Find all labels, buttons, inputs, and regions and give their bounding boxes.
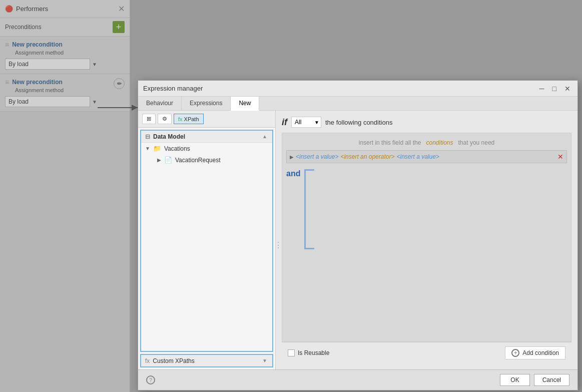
add-circle-icon: +: [511, 349, 519, 357]
if-select[interactable]: All: [291, 117, 321, 128]
expand-icon: ▼: [145, 146, 150, 151]
expand-triangle[interactable]: ▶: [290, 154, 294, 160]
xpath-toolbar-button[interactable]: fx XPath: [174, 114, 204, 124]
xpath-label: XPath: [184, 116, 199, 122]
cancel-button[interactable]: Cancel: [534, 374, 569, 386]
delete-condition-button[interactable]: ✕: [557, 153, 563, 161]
following-conditions-text: the following conditions: [325, 119, 392, 126]
tab-behaviour[interactable]: Behaviour: [138, 97, 182, 110]
modal-tabs: Behaviour Expressions New: [138, 97, 577, 111]
expand-icon-child: ▶: [157, 157, 161, 163]
custom-xpaths-label: Custom XPaths: [153, 357, 194, 364]
modal-titlebar: Expression manager ─ □ ✕: [138, 81, 577, 97]
left-panel: ⊞ ⚙ fx XPath ⊟ Data Model ▲: [138, 111, 276, 369]
if-row: if All ▼ the following conditions: [282, 117, 571, 128]
folder-icon: 📁: [153, 145, 161, 152]
modal-action-footer: ? OK Cancel: [138, 369, 577, 390]
collapse-tree-button[interactable]: ▲: [261, 133, 268, 140]
gear-icon: ⚙: [162, 116, 167, 122]
modal-controls: ─ □ ✕: [537, 84, 572, 93]
is-reusable-label: Is Reusable: [298, 349, 329, 356]
database-icon: ⊟: [145, 133, 150, 140]
add-condition-button[interactable]: + Add condition: [505, 346, 565, 359]
hint-suffix: that you need: [458, 139, 495, 146]
minimize-button[interactable]: ─: [537, 84, 546, 93]
modal-footer: Is Reusable + Add condition: [282, 342, 571, 363]
tree-item-vacations[interactable]: ▼ 📁 Vacations: [141, 143, 272, 154]
insert-value-2[interactable]: <insert a value>: [396, 153, 439, 160]
tree-header-label: Data Model: [153, 133, 185, 140]
table-toolbar-button[interactable]: ⊞: [142, 114, 156, 124]
is-reusable-checkbox[interactable]: [288, 349, 295, 356]
if-keyword: if: [282, 117, 287, 128]
conditions-area: insert in this field all the conditions …: [282, 133, 571, 342]
right-panel: if All ▼ the following conditions insert…: [276, 111, 577, 369]
bracket-content: [314, 169, 567, 239]
tree-label-vacation-request: VacationRequest: [175, 157, 221, 164]
maximize-button[interactable]: □: [550, 84, 558, 93]
insert-value-1[interactable]: <insert a value>: [296, 153, 338, 160]
tree-label-vacations: Vacations: [164, 145, 190, 152]
expression-manager-modal: Expression manager ─ □ ✕ Behaviour Expre…: [138, 80, 578, 390]
panel-resizer[interactable]: [273, 111, 277, 369]
custom-xpaths-header: fx Custom XPaths ▼: [141, 355, 272, 366]
left-toolbar: ⊞ ⚙ fx XPath: [138, 111, 275, 128]
hint-prefix: insert in this field all the: [359, 139, 421, 146]
condition-row-1: ▶ <insert a value> <insert an operator> …: [286, 150, 567, 163]
modal-title: Expression manager: [143, 85, 203, 92]
settings-toolbar-button[interactable]: ⚙: [158, 114, 172, 124]
tree-item-vacation-request[interactable]: ▶ 📄 VacationRequest: [141, 154, 272, 166]
tree-header: ⊟ Data Model ▲: [141, 131, 272, 143]
custom-xpaths-panel: fx Custom XPaths ▼: [140, 354, 273, 367]
insert-operator[interactable]: <insert an operator>: [340, 153, 394, 160]
collapse-custom-button[interactable]: ▼: [261, 357, 268, 364]
doc-icon: 📄: [164, 156, 172, 164]
xpath-icon: fx: [178, 116, 183, 122]
conditions-word: conditions: [426, 139, 453, 146]
conditions-hint: insert in this field all the conditions …: [286, 137, 567, 150]
and-keyword: and: [286, 169, 300, 178]
help-button[interactable]: ?: [146, 375, 155, 384]
modal-body: ⊞ ⚙ fx XPath ⊟ Data Model ▲: [138, 111, 577, 369]
ok-button[interactable]: OK: [500, 374, 529, 386]
action-buttons: OK Cancel: [500, 374, 569, 386]
is-reusable-row: Is Reusable: [288, 349, 329, 356]
custom-xpath-icon: fx: [145, 357, 150, 364]
add-condition-label: Add condition: [522, 349, 559, 356]
table-icon: ⊞: [147, 116, 151, 122]
condition-bracket: [304, 169, 314, 249]
tree-panel: ⊟ Data Model ▲ ▼ 📁 Vacations ▶ 📄 Vacatio…: [140, 130, 273, 352]
tab-new[interactable]: New: [231, 97, 259, 111]
modal-close-button[interactable]: ✕: [562, 84, 572, 93]
tab-expressions[interactable]: Expressions: [182, 97, 231, 110]
